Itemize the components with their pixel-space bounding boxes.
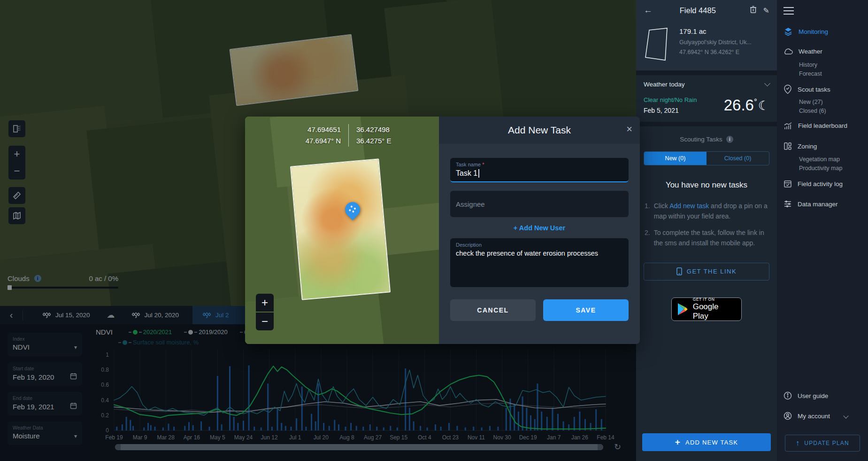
delete-field-icon[interactable] bbox=[750, 6, 757, 15]
task-location-map[interactable]: 47.694651 36.427498 47.6947° N 36.4275° … bbox=[245, 117, 439, 344]
tasks-tabs: New (0) Closed (0) bbox=[644, 151, 769, 165]
save-button[interactable]: SAVE bbox=[543, 299, 629, 321]
phone-icon bbox=[676, 267, 682, 275]
menu-item-zoning[interactable]: Zoning bbox=[784, 142, 817, 150]
step-text: To complete the task, follow the link in… bbox=[654, 228, 768, 248]
task-name-label: Task name bbox=[456, 162, 481, 167]
account-icon bbox=[784, 412, 792, 420]
field-title: Field 4485 bbox=[653, 6, 743, 15]
menu-label: Zoning bbox=[798, 143, 817, 150]
field-details-panel: ← Field 4485 ✎ 179.1 ac Gulyaypol'skiy D… bbox=[636, 0, 777, 461]
instruction-step-2: 2. To complete the task, follow the link… bbox=[636, 221, 777, 248]
menu-item-field-leaderboard[interactable]: Field leaderboard bbox=[784, 122, 847, 130]
add-new-task-link[interactable]: Add new task bbox=[669, 202, 709, 210]
edit-field-icon[interactable]: ✎ bbox=[763, 6, 769, 15]
update-plan-button[interactable]: ↑ UPDATE PLAN bbox=[785, 435, 860, 452]
scout-pin-icon bbox=[784, 85, 792, 94]
leaderboard-icon bbox=[784, 122, 792, 130]
divider bbox=[636, 70, 777, 75]
menu-label: Weather bbox=[799, 48, 822, 55]
step-number: 2. bbox=[645, 228, 650, 248]
menu-label: Monitoring bbox=[799, 28, 828, 35]
assignee-placeholder: Assignee bbox=[456, 200, 485, 208]
weather-today-label: Weather today bbox=[644, 81, 685, 88]
add-new-user-link[interactable]: + Add New User bbox=[450, 224, 629, 232]
info-icon[interactable]: i bbox=[726, 136, 733, 143]
get-the-link-button[interactable]: GET THE LINK bbox=[644, 263, 769, 281]
tab-closed-tasks[interactable]: Closed (0) bbox=[707, 152, 769, 165]
close-icon[interactable]: × bbox=[626, 123, 632, 135]
menu-subitem-vegetation-map[interactable]: Vegetation map bbox=[799, 156, 840, 163]
tab-new-tasks[interactable]: New (0) bbox=[644, 152, 707, 165]
menu-subitem-productivity-map[interactable]: Productivity map bbox=[799, 165, 842, 172]
weather-today-header[interactable]: Weather today bbox=[636, 75, 777, 90]
zoom-out-button[interactable]: − bbox=[256, 313, 274, 330]
field-boundary[interactable] bbox=[290, 158, 391, 300]
field-district: Gulyaypol'skiy District, Uk... bbox=[679, 38, 752, 47]
activity-log-icon bbox=[784, 180, 792, 188]
get-the-link-label: GET THE LINK bbox=[687, 268, 737, 275]
task-name-input[interactable]: Task name * Task 1 bbox=[450, 158, 629, 182]
temperature: 26.6 ° ☾ bbox=[724, 96, 769, 114]
temperature-value: 26.6 bbox=[724, 96, 754, 114]
add-new-task-label: ADD NEW TASK bbox=[685, 439, 738, 446]
zoning-icon bbox=[784, 142, 792, 150]
menu-item-my-account[interactable]: My account bbox=[784, 412, 848, 420]
back-icon[interactable]: ← bbox=[644, 5, 653, 16]
spot-zoom-control: + − bbox=[256, 294, 274, 330]
menu-label: Field activity log bbox=[798, 180, 843, 188]
instruction-step-1: 1. Click Add new task and drop a pin on … bbox=[636, 195, 777, 221]
menu-label: User guide bbox=[798, 392, 828, 399]
cursor-coordinates: 47.694651 36.427498 47.6947° N 36.4275° … bbox=[278, 124, 419, 147]
description-label: Description bbox=[456, 242, 482, 248]
field-shape-icon bbox=[644, 27, 671, 62]
zoom-in-button[interactable]: + bbox=[256, 294, 274, 312]
coord-lat-deg: 47.6947° N bbox=[278, 135, 348, 147]
text-cursor bbox=[478, 169, 479, 178]
update-plan-label: UPDATE PLAN bbox=[804, 440, 849, 446]
play-badge-small-text: GET IT ON bbox=[693, 297, 736, 302]
plus-icon: + bbox=[675, 437, 681, 447]
weather-date: Feb 5, 2021 bbox=[644, 107, 697, 114]
google-play-icon bbox=[677, 303, 688, 315]
menu-subitem-history[interactable]: History bbox=[799, 62, 817, 68]
coord-lng-deg: 36.4275° E bbox=[348, 135, 419, 147]
menu-subitem-forecast[interactable]: Forecast bbox=[799, 70, 822, 77]
menu-subitem-closed-tasks[interactable]: Closed (6) bbox=[799, 108, 826, 114]
google-play-badge[interactable]: GET IT ON Google Play bbox=[671, 297, 742, 321]
menu-subitem-new-tasks[interactable]: New (27) bbox=[799, 99, 823, 105]
menu-label: Data manager bbox=[798, 201, 838, 208]
data-manager-icon bbox=[784, 200, 792, 208]
description-input[interactable]: Description check the presence of water … bbox=[450, 238, 629, 287]
assignee-input[interactable]: Assignee bbox=[450, 191, 629, 217]
degree-sign: ° bbox=[754, 97, 757, 107]
add-task-modal: 47.694651 36.427498 47.6947° N 36.4275° … bbox=[245, 117, 640, 344]
weather-icon bbox=[784, 47, 793, 55]
task-name-value: Task 1 bbox=[456, 169, 477, 178]
upload-arrow-icon: ↑ bbox=[796, 439, 800, 447]
menu-item-field-activity-log[interactable]: Field activity log bbox=[784, 180, 843, 188]
hamburger-menu-icon[interactable] bbox=[784, 7, 794, 17]
cancel-button[interactable]: CANCEL bbox=[450, 299, 536, 321]
field-details-header: ← Field 4485 ✎ bbox=[636, 0, 777, 21]
menu-label: Scout tasks bbox=[798, 86, 830, 93]
step-number: 1. bbox=[645, 201, 650, 221]
coord-lng-full: 36.427498 bbox=[348, 124, 419, 135]
field-info-card: 179.1 ac Gulyaypol'skiy District, Uk... … bbox=[636, 21, 777, 70]
scouting-tasks-label: Scouting Tasks bbox=[680, 136, 722, 143]
menu-label: Field leaderboard bbox=[798, 122, 847, 129]
divider bbox=[636, 122, 777, 126]
field-coordinates: 47.6942° N 36.4262° E bbox=[679, 48, 752, 57]
dialog-title: Add New Task bbox=[508, 125, 571, 136]
menu-item-data-manager[interactable]: Data manager bbox=[784, 200, 838, 208]
menu-item-monitoring[interactable]: Monitoring bbox=[784, 27, 828, 36]
add-new-task-button[interactable]: + ADD NEW TASK bbox=[642, 433, 771, 451]
menu-item-scout-tasks[interactable]: Scout tasks bbox=[784, 85, 830, 94]
menu-item-user-guide[interactable]: User guide bbox=[784, 391, 828, 400]
info-icon bbox=[784, 391, 792, 400]
chevron-down-icon bbox=[764, 80, 770, 86]
dialog-header: Add New Task × bbox=[439, 117, 640, 144]
menu-item-weather[interactable]: Weather bbox=[784, 47, 822, 55]
play-badge-big-text: Google Play bbox=[693, 302, 736, 321]
monitoring-icon bbox=[784, 27, 793, 36]
